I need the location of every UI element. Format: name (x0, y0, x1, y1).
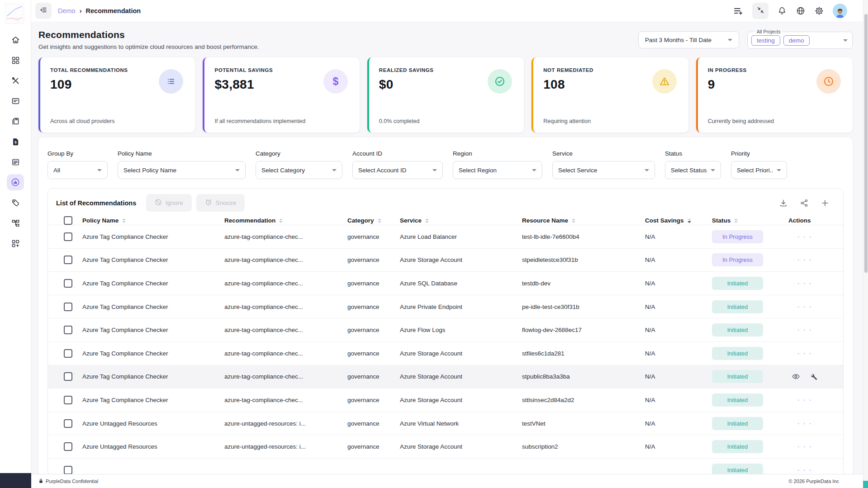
table-row[interactable]: Azure Tag Compliance Checker azure-tag-c… (48, 272, 843, 295)
page-scrollbar[interactable] (863, 0, 868, 488)
table-row[interactable]: Azure Tag Compliance Checker azure-tag-c… (48, 389, 843, 412)
table-row[interactable]: Azure Tag Compliance Checker azure-tag-c… (48, 295, 843, 319)
column-header-cost-savings[interactable]: Cost Savings (645, 217, 712, 224)
region-select[interactable]: Select Region (453, 161, 542, 179)
sidebar-item-integrations[interactable] (7, 235, 24, 251)
sort-icon[interactable] (425, 218, 429, 223)
footer: PurpleData Confidential © 2026 PurpleDat… (31, 474, 868, 488)
sidebar-item-dashboard[interactable] (7, 52, 24, 68)
sidebar-item-billing[interactable]: $ (7, 133, 24, 150)
app-logo[interactable] (5, 3, 24, 24)
fullscreen-exit-button[interactable] (752, 3, 768, 19)
card-realized-savings: REALIZED SAVINGS $0 0.0% completed (367, 57, 524, 133)
table-row[interactable]: Azure Tag Compliance Checker azure-tag-c… (48, 318, 843, 342)
sort-icon[interactable] (279, 218, 283, 223)
view-eye-icon[interactable] (791, 373, 801, 380)
row-checkbox[interactable] (64, 466, 72, 474)
group-by-select[interactable]: All (47, 161, 108, 179)
projects-select[interactable]: All Projects testing demo (747, 29, 853, 49)
row-actions-menu-icon[interactable] (788, 396, 812, 404)
cell-recommendation: azure-tag-compliance-chec... (224, 233, 347, 240)
sidebar-item-recommendations[interactable] (7, 174, 24, 190)
row-actions-menu-icon[interactable] (788, 233, 812, 241)
table-row[interactable]: Azure Tag Compliance Checker azure-tag-c… (48, 342, 843, 365)
row-checkbox[interactable] (64, 442, 72, 451)
date-range-select[interactable]: Past 3 Months - Till Date (638, 31, 739, 48)
column-header-service[interactable]: Service (400, 217, 522, 224)
row-actions-menu-icon[interactable] (788, 280, 812, 287)
column-header-status[interactable]: Status (712, 217, 788, 224)
row-checkbox[interactable] (64, 279, 72, 288)
card-description: Currently being addressed (708, 118, 843, 124)
policy-name-select[interactable]: Select Policy Name (118, 161, 246, 179)
row-checkbox[interactable] (64, 326, 72, 334)
table-row[interactable]: Azure Untagged Resources azure-untagged-… (48, 435, 843, 459)
settings-gear-icon[interactable] (814, 6, 824, 16)
sidebar-item-hierarchy[interactable] (7, 215, 24, 231)
sidebar-item-feedback[interactable] (7, 93, 24, 109)
row-actions-menu-icon[interactable] (788, 256, 812, 264)
ignore-button[interactable]: Ignore (146, 194, 191, 212)
notifications-icon[interactable] (777, 6, 787, 16)
dashboard-icon (11, 56, 20, 65)
service-select[interactable]: Select Service (552, 161, 655, 179)
share-icon[interactable] (800, 199, 809, 208)
row-actions-menu-icon[interactable] (788, 303, 812, 311)
user-avatar[interactable] (833, 4, 847, 18)
table-row[interactable]: Azure Untagged Resources azure-untagged-… (48, 412, 843, 436)
row-actions-menu-icon[interactable] (788, 350, 812, 357)
status-badge: In Progress (712, 230, 763, 243)
row-actions-menu-icon[interactable] (788, 443, 812, 450)
row-checkbox[interactable] (64, 349, 72, 358)
sort-icon-active[interactable] (688, 218, 691, 223)
project-chip-demo[interactable]: demo (783, 35, 810, 46)
table-row[interactable]: Azure Tag Compliance Checker azure-tag-c… (48, 249, 843, 272)
sort-icon[interactable] (378, 218, 381, 223)
remediate-wrench-icon[interactable] (810, 372, 818, 381)
cell-category: governance (347, 303, 400, 310)
sidebar-item-tags[interactable] (7, 194, 24, 211)
table-row[interactable]: Azure Tag Compliance Checker azure-tag-c… (48, 225, 843, 249)
add-icon[interactable] (821, 199, 830, 208)
row-checkbox[interactable] (64, 396, 72, 404)
sort-icon[interactable] (122, 218, 126, 223)
row-actions-menu-icon[interactable] (788, 420, 812, 427)
row-actions-menu-icon[interactable] (788, 466, 812, 474)
column-header-resource-name[interactable]: Resource Name (522, 217, 645, 224)
account-id-select[interactable]: Select Account ID (352, 161, 443, 179)
row-checkbox[interactable] (64, 232, 72, 241)
card-potential-savings: POTENTIAL SAVINGS $3,881 If all recommen… (203, 57, 359, 133)
row-checkbox[interactable] (64, 256, 72, 264)
menu-open-button[interactable] (35, 3, 52, 19)
sidebar-item-tools[interactable] (7, 72, 24, 89)
fullscreen-exit-icon (756, 6, 765, 16)
sort-icon[interactable] (734, 218, 738, 223)
scrollbar-thumb[interactable] (864, 14, 868, 273)
project-chip-testing[interactable]: testing (751, 35, 780, 46)
sidebar-item-reports[interactable] (7, 154, 24, 170)
select-all-checkbox[interactable] (64, 216, 72, 225)
language-globe-icon[interactable] (796, 6, 806, 16)
sidebar-item-home[interactable] (7, 32, 24, 48)
row-checkbox[interactable] (64, 419, 72, 428)
column-header-category[interactable]: Category (347, 217, 400, 224)
card-description: 0.0% completed (379, 118, 514, 124)
snooze-button[interactable]: Snooze (196, 194, 245, 212)
download-icon[interactable] (779, 199, 788, 208)
table-row-hovered[interactable]: Azure Tag Compliance Checker azure-tag-c… (48, 365, 843, 389)
column-header-actions: Actions (788, 217, 842, 224)
status-select[interactable]: Select Status (665, 161, 721, 179)
row-checkbox[interactable] (64, 303, 72, 311)
category-select[interactable]: Select Category (256, 161, 342, 179)
priority-select[interactable]: Select Priori.. (731, 161, 787, 179)
column-header-policy-name[interactable]: Policy Name (82, 217, 224, 224)
table-row-partial[interactable]: Initiated (48, 459, 843, 476)
breadcrumb-project[interactable]: Demo (58, 7, 76, 14)
sidebar-item-bookmarks[interactable] (7, 113, 24, 129)
sort-icon[interactable] (572, 218, 575, 223)
row-checkbox[interactable] (64, 372, 72, 381)
playlist-add-icon[interactable] (733, 5, 744, 16)
column-header-recommendation[interactable]: Recommendation (224, 217, 347, 224)
lock-icon (38, 478, 43, 485)
row-actions-menu-icon[interactable] (788, 326, 812, 334)
